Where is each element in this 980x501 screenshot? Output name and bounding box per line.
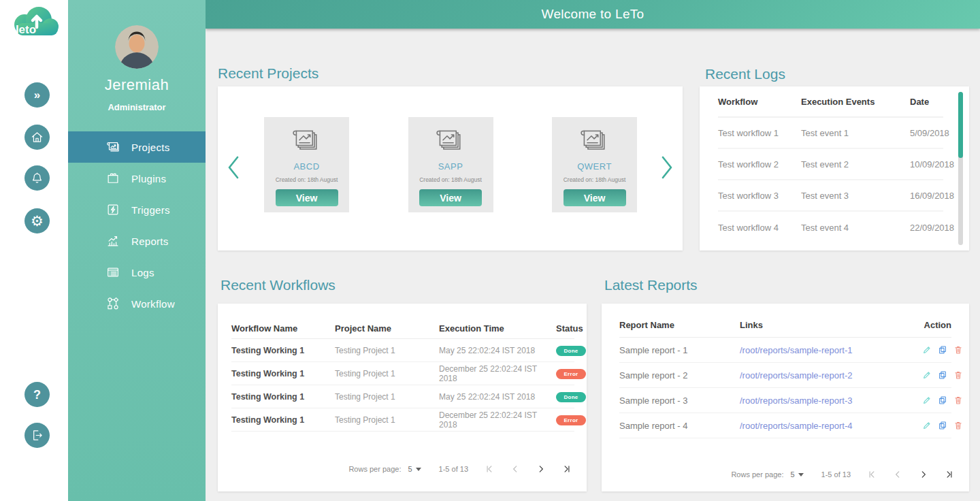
sidebar-item-label: Plugins (131, 173, 166, 184)
delete-button[interactable] (953, 345, 963, 355)
report-link[interactable]: /root/reports/sample-report-2 (740, 370, 922, 381)
log-event: Test event 4 (801, 223, 910, 233)
last-page-button[interactable] (945, 470, 954, 479)
trash-icon (953, 370, 963, 380)
edit-button[interactable] (922, 395, 932, 405)
project-created: Created on: 18th August (419, 176, 482, 183)
main-content: Welcome to LeTo Recent Projects ABCD Cre… (206, 0, 980, 501)
project-card: QWERT Created on: 18th August View (552, 117, 637, 212)
report-link[interactable]: /root/reports/sample-report-3 (740, 395, 922, 406)
carousel-prev-button[interactable] (226, 155, 241, 180)
icon-rail: leto » ⚙ ? (0, 0, 68, 501)
sidebar-item-workflow[interactable]: Workflow (68, 288, 206, 319)
last-page-button[interactable] (562, 464, 572, 474)
recent-projects-title: Recent Projects (218, 65, 318, 82)
trash-icon (953, 345, 963, 355)
logs-table: Workflow Execution Events Date Test work… (718, 86, 943, 243)
prev-page-button[interactable] (893, 470, 902, 479)
recent-logs-panel: Workflow Execution Events Date Test work… (700, 86, 969, 251)
chevron-right-icon (659, 155, 674, 180)
page-title: Welcome to LeTo (542, 7, 644, 22)
project-name: Testing Project 1 (335, 369, 439, 378)
sidebar-item-triggers[interactable]: Triggers (68, 194, 206, 225)
execution-time: May 25 22:02:24 IST 2018 (439, 346, 556, 355)
avatar-image (115, 25, 159, 69)
status-badge: Error (556, 369, 586, 379)
last-page-icon (562, 464, 572, 474)
edit-button[interactable] (922, 345, 932, 355)
table-row: Testing Working 1 Testing Project 1 May … (231, 385, 574, 408)
workflow-name: Testing Working 1 (231, 415, 335, 425)
table-row: Test workflow 4 Test event 4 22/09/2018 (718, 212, 943, 243)
execution-time: December 25 22:02:24 IST 2018 (439, 410, 556, 430)
projects-icon (105, 140, 120, 155)
copy-button[interactable] (938, 370, 947, 380)
next-page-button[interactable] (919, 470, 928, 479)
column-header: Execution Events (801, 97, 910, 107)
copy-button[interactable] (938, 395, 947, 405)
rows-per-page-select[interactable]: 5 (408, 465, 421, 473)
delete-button[interactable] (953, 421, 963, 430)
copy-icon (938, 395, 947, 405)
sidebar: Jeremiah Administrator Projects Plugins … (68, 0, 206, 501)
settings-button[interactable]: ⚙ (24, 208, 50, 233)
project-created: Created on: 18th August (564, 176, 626, 183)
project-name: ABCD (293, 161, 319, 172)
notifications-button[interactable] (24, 165, 50, 191)
scrollbar[interactable] (958, 92, 963, 245)
welcome-header: Welcome to LeTo (206, 0, 980, 29)
report-link[interactable]: /root/reports/sample-report-1 (740, 345, 922, 355)
pencil-icon (922, 345, 932, 355)
copy-icon (938, 421, 947, 430)
sidebar-item-label: Projects (131, 142, 170, 153)
copy-icon (938, 370, 947, 380)
trash-icon (953, 395, 963, 405)
project-name: SAPP (438, 161, 463, 172)
sidebar-item-projects[interactable]: Projects (68, 131, 206, 163)
carousel-next-button[interactable] (659, 155, 674, 180)
column-header: Project Name (335, 323, 439, 334)
home-button[interactable] (24, 125, 50, 150)
column-header: Status (556, 323, 583, 334)
log-date: 5/09/2018 (910, 128, 949, 138)
copy-button[interactable] (938, 345, 947, 355)
dropdown-arrow-icon (416, 468, 421, 471)
expand-sidebar-button[interactable]: » (24, 82, 50, 108)
first-page-button[interactable] (485, 464, 494, 474)
projects-carousel: ABCD Created on: 18th August View SAPP C… (264, 117, 637, 212)
delete-button[interactable] (953, 395, 963, 405)
first-page-button[interactable] (867, 470, 877, 479)
sidebar-item-logs[interactable]: Logs (68, 257, 206, 288)
question-icon: ? (33, 389, 41, 401)
triggers-icon (105, 202, 120, 217)
view-button[interactable]: View (419, 189, 482, 206)
logs-icon (105, 265, 120, 280)
edit-button[interactable] (922, 370, 932, 380)
reports-icon (105, 233, 120, 248)
delete-button[interactable] (953, 370, 963, 380)
last-page-icon (945, 470, 954, 479)
log-date: 22/09/2018 (910, 223, 954, 233)
prev-page-button[interactable] (510, 464, 520, 474)
scrollbar-thumb[interactable] (958, 92, 963, 158)
logout-button[interactable] (24, 423, 50, 448)
sidebar-item-reports[interactable]: Reports (68, 225, 206, 257)
view-button[interactable]: View (564, 189, 626, 206)
sidebar-item-plugins[interactable]: Plugins (68, 163, 206, 194)
edit-button[interactable] (922, 421, 932, 430)
rows-per-page-label: Rows per page: (348, 465, 401, 473)
rows-per-page-label: Rows per page: (731, 470, 783, 479)
help-button[interactable]: ? (24, 382, 50, 407)
rows-per-page-select[interactable]: 5 (790, 470, 803, 479)
copy-button[interactable] (938, 421, 947, 430)
recent-workflows-title: Recent Workflows (220, 277, 336, 293)
avatar[interactable] (115, 25, 159, 69)
column-header: Workflow Name (231, 323, 335, 334)
column-header: Report Name (619, 320, 740, 330)
project-name: Testing Project 1 (335, 415, 439, 425)
view-button[interactable]: View (276, 189, 338, 206)
report-link[interactable]: /root/reports/sample-report-4 (740, 421, 922, 431)
next-page-icon (919, 470, 928, 479)
next-page-button[interactable] (536, 464, 546, 474)
bell-icon (30, 171, 44, 185)
